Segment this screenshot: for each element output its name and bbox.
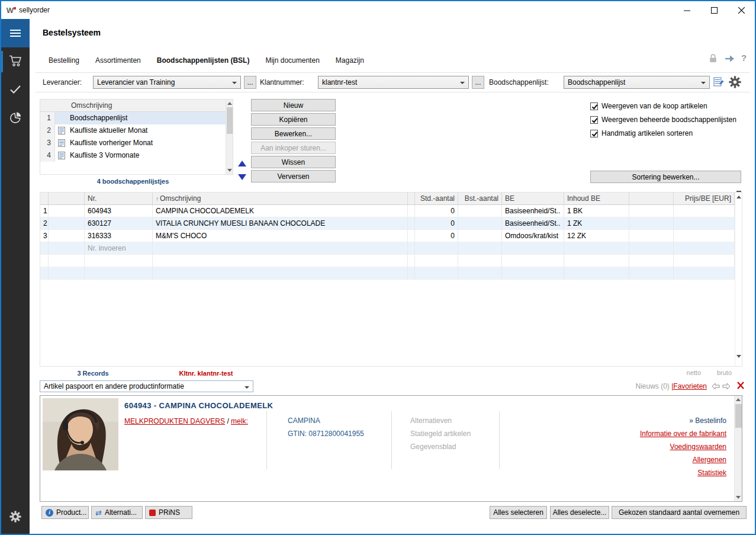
cell-inhoud: 12 ZK <box>564 230 629 242</box>
scroll-thumb[interactable] <box>227 107 233 134</box>
col-bst-aantal[interactable]: Bst.-aantal <box>458 193 502 205</box>
tab-magazijn[interactable]: Magazijn <box>336 56 364 65</box>
bewerken-button[interactable]: Bewerken... <box>251 127 336 140</box>
fabrikant-link[interactable]: Informatie over de fabrikant <box>640 430 726 438</box>
allergenen-link[interactable]: Allergenen <box>693 456 726 464</box>
list-row[interactable]: 4 Kaufliste 3 Vormonate <box>40 149 226 162</box>
scroll-down-icon <box>227 169 232 172</box>
list-row[interactable]: 2 Kaufliste aktueller Monat <box>40 124 226 137</box>
sidebar-item-taken[interactable] <box>1 76 30 104</box>
scroll-thumb[interactable] <box>735 404 742 428</box>
klantnummer-select[interactable]: klantnr-test <box>318 76 469 89</box>
cell-bst[interactable] <box>458 217 502 230</box>
nieuws-link[interactable]: Nieuws (0) <box>635 382 669 390</box>
edit-list-button[interactable] <box>713 77 725 89</box>
alles-deselecteren-button[interactable]: Alles deselecte... <box>550 506 609 519</box>
nr-invoeren-placeholder[interactable]: Nr. invoeren <box>85 242 153 255</box>
verversen-button[interactable]: Verversen <box>251 170 336 182</box>
article-empty-row <box>40 267 735 280</box>
boodschappenlijst-select[interactable]: Boodschappenlijst <box>564 76 710 89</box>
voedingswaarden-link[interactable]: Voedingswaarden <box>670 443 726 451</box>
minimize-button[interactable] <box>673 1 700 19</box>
aan-inkoper-sturen-button: Aan inkoper sturen... <box>251 142 336 154</box>
arrow-left-outline-icon <box>712 383 720 392</box>
menu-button[interactable] <box>1 19 30 47</box>
col-inhoud-be[interactable]: Inhoud BE <box>564 193 629 205</box>
col-nr[interactable]: Nr. <box>85 193 153 205</box>
category-link[interactable]: MELKPRODUKTEN DAGVERS <box>124 417 225 425</box>
article-row[interactable]: 1 604943 CAMPINA CHOCOLADEMELK 0 Basisee… <box>40 205 735 217</box>
cell-omschrijving: M&M'S CHOCO <box>153 230 408 242</box>
lists-scrollbar[interactable] <box>226 100 233 174</box>
cell-bst[interactable] <box>458 205 502 217</box>
sortering-bewerken-button[interactable]: Sortering bewerken... <box>590 171 741 183</box>
sidebar-item-instellingen[interactable] <box>1 505 30 529</box>
maximize-button[interactable] <box>700 1 728 19</box>
cell-empty <box>85 255 153 267</box>
cell-empty <box>458 267 502 280</box>
article-row[interactable]: 2 630127 VITALIA CRUNCHY MUESLI BANAAN C… <box>40 217 735 230</box>
prev-button[interactable] <box>712 383 720 392</box>
favorieten-link[interactable]: |Favorieten <box>671 382 707 390</box>
lists-count-label: 4 boodschappenlijstjes <box>40 178 226 185</box>
next-button[interactable] <box>722 383 731 392</box>
klantnummer-browse-button[interactable]: ... <box>472 76 484 89</box>
help-button[interactable]: ? <box>741 53 747 63</box>
product-detail-panel: 604943 - CAMPINA CHOCOLADEMELK MELKPRODU… <box>40 395 742 502</box>
close-button[interactable] <box>728 1 755 19</box>
articles-table: Nr. ↑Omschrijving Std.-aantal Bst.-aanta… <box>40 192 742 367</box>
leverancier-browse-button[interactable]: ... <box>244 76 256 89</box>
move-down-button[interactable] <box>237 171 247 183</box>
list-row[interactable]: 3 Kaufliste vorheriger Monat <box>40 137 226 149</box>
article-row[interactable]: 3 316333 M&M'S CHOCO 0 Omdoos/krat/kist … <box>40 230 735 242</box>
tab-mijn-documenten[interactable]: Mijn documenten <box>265 56 319 65</box>
checkbox-weergeven-beheerde[interactable]: Weergeven beheerde boodschappenlijsten <box>590 116 736 124</box>
move-up-button[interactable] <box>237 157 247 169</box>
forward-button[interactable] <box>724 55 735 65</box>
sidebar-item-bestellen[interactable] <box>1 47 30 76</box>
alles-selecteren-button[interactable]: Alles selecteren <box>490 506 547 519</box>
cell-be: Basiseenheid/St.. <box>502 205 564 217</box>
cell-std: 0 <box>415 205 458 217</box>
col-prijs[interactable]: Prijs/BE [EUR] <box>674 193 735 205</box>
tab-bestelling[interactable]: Bestelling <box>49 56 79 65</box>
subcategory-link[interactable]: melk: <box>231 417 248 425</box>
cell-bst[interactable] <box>458 230 502 242</box>
lock-button[interactable] <box>708 53 718 65</box>
productinfo-select[interactable]: Artikel paspoort en andere productinform… <box>40 380 253 392</box>
col-std-aantal[interactable]: Std.-aantal <box>415 193 458 205</box>
tab-assortimenten[interactable]: Assortimenten <box>95 56 141 65</box>
checkbox-checked-icon <box>590 130 598 137</box>
sidebar-item-statistiek[interactable] <box>1 104 30 133</box>
article-empty-row <box>40 255 735 267</box>
jump-to-bottom-icon[interactable] <box>736 355 741 358</box>
document-icon <box>55 137 68 149</box>
close-panel-button[interactable] <box>736 382 744 391</box>
settings-button[interactable] <box>729 76 741 90</box>
tab-boodschappenlijsten[interactable]: Boodschappenlijsten (BSL) <box>157 56 250 65</box>
lists-header-omschrijving[interactable]: Omschrijving <box>40 100 226 112</box>
list-icon-slot <box>55 112 68 124</box>
statistiek-link[interactable]: Statistiek <box>697 469 726 477</box>
panel-scrollbar[interactable] <box>734 396 742 501</box>
alternatief-button[interactable]: ⇄ Alternati... <box>91 506 143 519</box>
checkbox-handmatig-sorteren[interactable]: Handmatig artikelen sorteren <box>590 129 693 137</box>
nieuw-button[interactable]: Nieuw <box>251 99 336 111</box>
bestelinfo-link[interactable]: » Bestelinfo <box>640 414 726 427</box>
article-entry-row[interactable]: Nr. invoeren <box>40 242 735 255</box>
product-button[interactable]: i Product... <box>41 506 89 519</box>
wissen-button[interactable]: Wissen <box>251 156 336 168</box>
leverancier-select[interactable]: Leverancier van Training <box>93 76 241 89</box>
cell-spacer <box>408 205 415 217</box>
check-icon <box>9 85 21 96</box>
articles-scroll-strip[interactable] <box>735 193 742 366</box>
checkbox-weergeven-koop[interactable]: Weergeven van de koop artikelen <box>590 102 707 110</box>
standaard-aantal-overnemen-button[interactable]: Gekozen standaard aantal overnemen <box>612 506 747 519</box>
col-omschrijving[interactable]: ↑Omschrijving <box>153 193 408 205</box>
app-window: W sellyorder <box>0 0 756 535</box>
col-be[interactable]: BE <box>502 193 564 205</box>
jump-to-top-icon[interactable] <box>736 196 741 198</box>
list-row[interactable]: 1 Boodschappenlijst <box>40 112 226 124</box>
prins-button[interactable]: PRiNS <box>145 506 192 519</box>
kopieren-button[interactable]: Kopiëren <box>251 113 336 126</box>
